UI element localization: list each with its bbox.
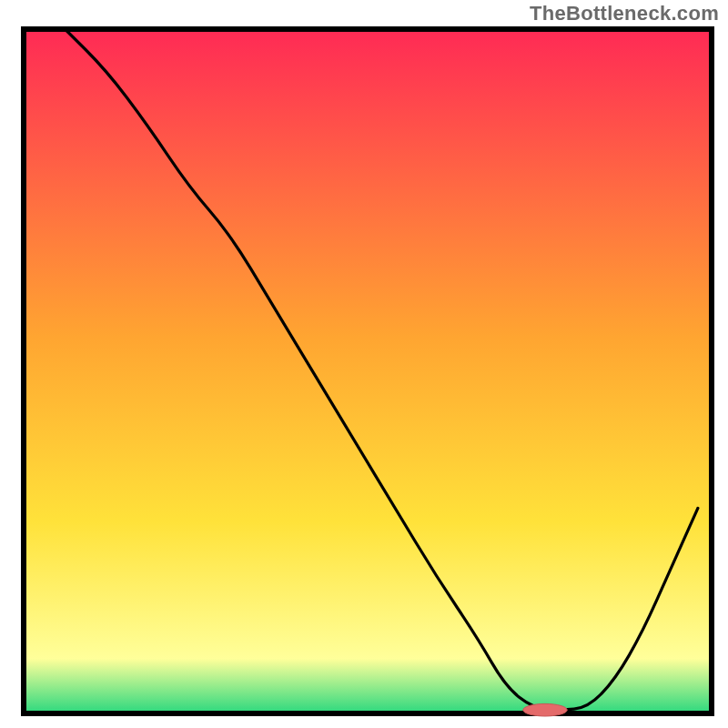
plot-background [24, 29, 712, 713]
bottleneck-chart [0, 0, 728, 728]
chart-container: { "watermark": "TheBottleneck.com", "col… [0, 0, 728, 728]
optimal-marker [523, 703, 567, 716]
